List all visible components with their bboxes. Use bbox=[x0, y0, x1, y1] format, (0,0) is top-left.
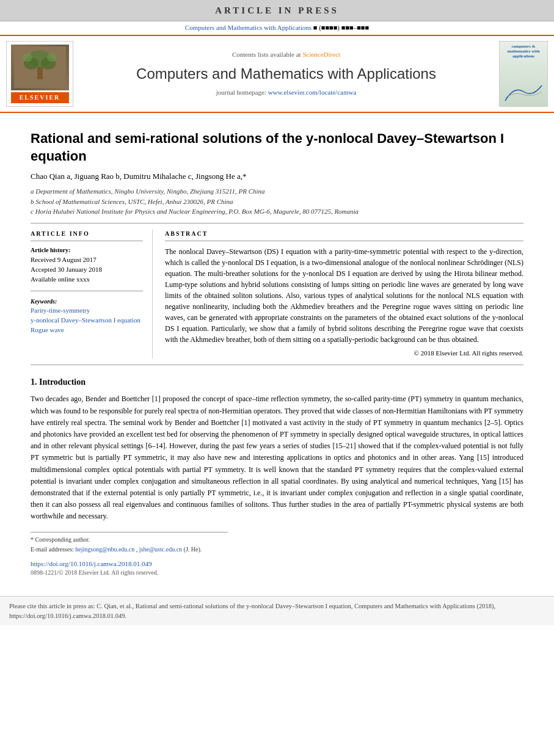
corresponding-label: * Corresponding author. bbox=[31, 536, 90, 543]
affiliation-b: b School of Mathematical Sciences, USTC,… bbox=[31, 197, 523, 207]
elsevier-tree-svg bbox=[14, 46, 66, 88]
keyword-2: y-nonlocal Davey–Stewartson I equation bbox=[31, 316, 143, 325]
article-info-col: ARTICLE INFO Article history: Received 9… bbox=[31, 230, 153, 358]
affiliation-a: a Department of Mathematics, Ningbo Univ… bbox=[31, 186, 523, 197]
article-content: Rational and semi-rational solutions of … bbox=[0, 113, 554, 584]
section-divider bbox=[31, 365, 523, 365]
citation-bar: Please cite this article in press as: C.… bbox=[0, 596, 554, 626]
article-title: Rational and semi-rational solutions of … bbox=[31, 130, 523, 165]
section-number: 1. bbox=[31, 377, 37, 387]
corresponding-footnote: * Corresponding author. bbox=[31, 536, 523, 545]
journal-homepage-line: journal homepage: www.elsevier.com/locat… bbox=[216, 88, 357, 98]
article-divider bbox=[31, 223, 523, 224]
history-label: Article history: bbox=[31, 246, 143, 255]
email-footnote: E-mail addresses: hejingsong@nbu.edu.cn … bbox=[31, 545, 523, 554]
keyword-1: Parity-time-symmetry bbox=[31, 306, 143, 316]
email-label: E-mail addresses: bbox=[31, 546, 75, 553]
two-col-layout: ARTICLE INFO Article history: Received 9… bbox=[31, 230, 523, 358]
svg-rect-4 bbox=[37, 67, 43, 79]
svg-point-5 bbox=[23, 53, 32, 62]
abstract-text: The nonlocal Davey–Stewartson (DS) I equ… bbox=[165, 246, 523, 345]
elsevier-logo: ELSEVIER bbox=[6, 41, 73, 107]
email-2-link[interactable]: jshe@ustc.edu.cn bbox=[139, 546, 182, 553]
journal-link-text: Computers and Mathematics with Applicati… bbox=[185, 24, 369, 31]
elsevier-brand-text: ELSEVIER bbox=[11, 92, 69, 104]
keywords-label: Keywords: bbox=[31, 297, 143, 307]
info-divider bbox=[31, 291, 143, 291]
svg-point-6 bbox=[47, 53, 57, 62]
authors: Chao Qian a, Jiguang Rao b, Dumitru Miha… bbox=[31, 171, 523, 183]
journal-issue: ■ (■■■■) ■■■–■■■ bbox=[313, 24, 369, 31]
email-suffix: (J. He). bbox=[184, 546, 202, 553]
journal-main-title: Computers and Mathematics with Applicati… bbox=[136, 64, 436, 85]
affiliations: a Department of Mathematics, Ningbo Univ… bbox=[31, 186, 523, 217]
sciencedirect-line: Contents lists available at ScienceDirec… bbox=[232, 50, 340, 60]
article-history: Article history: Received 9 August 2017 … bbox=[31, 246, 143, 284]
thumb-curve-svg bbox=[502, 82, 545, 104]
section-heading: 1. Introduction bbox=[31, 376, 523, 388]
aip-banner-text: ARTICLE IN PRESS bbox=[215, 5, 339, 15]
journal-link-bar: Computers and Mathematics with Applicati… bbox=[0, 21, 554, 35]
citation-text: Please cite this article in press as: C.… bbox=[9, 603, 495, 619]
sciencedirect-link[interactable]: ScienceDirect bbox=[302, 51, 340, 58]
page-wrapper: ARTICLE IN PRESS Computers and Mathemati… bbox=[0, 0, 554, 756]
email-1-link[interactable]: hejingsong@nbu.edu.cn bbox=[75, 546, 134, 553]
journal-header: ELSEVIER Contents lists available at Sci… bbox=[0, 35, 554, 114]
footnote-divider bbox=[31, 532, 228, 532]
keyword-3: Rogue wave bbox=[31, 325, 143, 335]
affiliation-c: c Horia Hulubei National Institute for P… bbox=[31, 206, 523, 217]
article-info-label: ARTICLE INFO bbox=[31, 230, 143, 242]
accepted-date: Accepted 30 January 2018 bbox=[31, 265, 143, 275]
abstract-col: ABSTRACT The nonlocal Davey–Stewartson (… bbox=[165, 230, 523, 358]
section-title: Introduction bbox=[39, 377, 86, 387]
received-date: Received 9 August 2017 bbox=[31, 255, 143, 265]
online-date: Available online xxxx bbox=[31, 275, 143, 285]
journal-name-link[interactable]: Computers and Mathematics with Applicati… bbox=[185, 24, 312, 31]
journal-thumb: computers & mathematics with application… bbox=[499, 41, 548, 107]
elsevier-logo-image bbox=[11, 45, 69, 90]
copyright-line: © 2018 Elsevier Ltd. All rights reserved… bbox=[165, 349, 523, 358]
homepage-prefix: journal homepage: bbox=[216, 89, 268, 96]
doi-line: https://doi.org/10.1016/j.camwa.2018.01.… bbox=[31, 559, 523, 569]
homepage-url[interactable]: www.elsevier.com/locate/camwa bbox=[268, 89, 357, 96]
aip-banner: ARTICLE IN PRESS bbox=[0, 0, 554, 21]
journal-title-center: Contents lists available at ScienceDirec… bbox=[79, 41, 493, 107]
intro-paragraph-1: Two decades ago, Bender and Boettcher [1… bbox=[31, 393, 523, 522]
abstract-label: ABSTRACT bbox=[165, 230, 523, 242]
keywords-section: Keywords: Parity-time-symmetry y-nonloca… bbox=[31, 297, 143, 335]
thumb-title: computers & mathematics with application… bbox=[501, 44, 546, 59]
sciencedirect-prefix: Contents lists available at bbox=[232, 51, 302, 58]
intro-section: 1. Introduction Two decades ago, Bender … bbox=[31, 376, 523, 522]
intro-text: Two decades ago, Bender and Boettcher [1… bbox=[31, 394, 523, 520]
license-line: 0898-1221/© 2018 Elsevier Ltd. All right… bbox=[31, 569, 523, 578]
doi-url[interactable]: https://doi.org/10.1016/j.camwa.2018.01.… bbox=[31, 560, 151, 567]
